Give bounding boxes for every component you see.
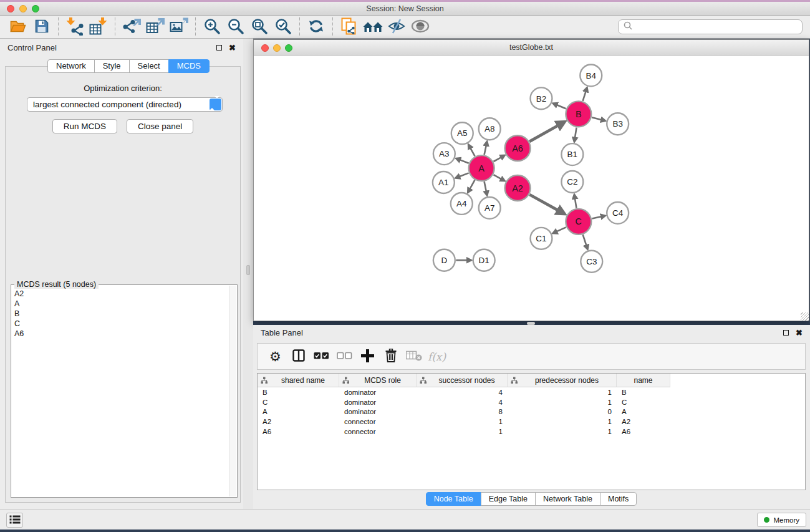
table-row[interactable]: Cdominator41C	[258, 397, 805, 407]
table-settings-button[interactable]: ⚙	[264, 346, 287, 367]
network-zoom-button[interactable]	[285, 44, 292, 52]
node-A6[interactable]: A6	[505, 135, 531, 161]
edge-B-B2[interactable]	[557, 105, 566, 109]
import-table-button[interactable]	[87, 17, 110, 37]
edge-C-C4[interactable]	[592, 216, 601, 218]
search-field[interactable]	[618, 19, 803, 34]
close-panel-icon[interactable]: ✖	[229, 44, 236, 52]
save-session-button[interactable]	[30, 17, 54, 37]
tab-node-table[interactable]: Node Table	[426, 492, 481, 506]
home-layout-button[interactable]	[361, 17, 385, 37]
edge-B-B3[interactable]	[592, 117, 601, 120]
node-D1[interactable]: D1	[473, 249, 495, 271]
edge-A-A7[interactable]	[485, 181, 486, 191]
refresh-button[interactable]	[304, 17, 328, 37]
table-row[interactable]: A6connector11A6	[258, 427, 805, 437]
edge-C-C3[interactable]	[583, 235, 587, 245]
node-C2[interactable]: C2	[561, 171, 583, 193]
node-C4[interactable]: C4	[607, 202, 629, 224]
node-table[interactable]: shared nameMCDS rolesuccessor nodesprede…	[257, 373, 806, 490]
window-controls[interactable]	[7, 5, 39, 12]
result-item[interactable]: A	[12, 299, 228, 309]
export-table-button[interactable]	[143, 17, 167, 37]
memory-button[interactable]: Memory	[757, 513, 806, 527]
export-image-button[interactable]	[167, 17, 191, 37]
close-table-panel-icon[interactable]: ✖	[796, 329, 803, 337]
table-row[interactable]: Adominator80A	[258, 407, 805, 417]
result-scrollbar[interactable]	[229, 286, 236, 496]
show-panels-button[interactable]	[6, 513, 23, 528]
run-mcds-button[interactable]: Run MCDS	[52, 119, 117, 133]
edge-A-A4[interactable]	[470, 180, 475, 189]
show-graphics-button[interactable]	[408, 17, 432, 37]
column-header-predecessor-nodes[interactable]: predecessor nodes	[508, 374, 617, 387]
node-B3[interactable]: B3	[607, 113, 629, 135]
node-A7[interactable]: A7	[479, 197, 501, 219]
close-panel-button[interactable]: Close panel	[127, 119, 193, 133]
zoom-fit-button[interactable]	[248, 17, 271, 37]
edge-B-B4[interactable]	[583, 92, 586, 101]
tab-select[interactable]: Select	[129, 59, 169, 73]
node-C3[interactable]: C3	[581, 251, 602, 273]
result-item[interactable]: A2	[12, 289, 228, 299]
node-A4[interactable]: A4	[451, 193, 473, 215]
edge-A2-C[interactable]	[529, 195, 557, 210]
node-D[interactable]: D	[433, 249, 455, 271]
minimize-window-button[interactable]	[19, 5, 27, 12]
edge-A6-B[interactable]	[529, 125, 558, 142]
node-C1[interactable]: C1	[531, 228, 552, 249]
node-A1[interactable]: A1	[433, 172, 455, 193]
edge-C-C2[interactable]	[575, 198, 576, 208]
node-A[interactable]: A	[469, 155, 494, 181]
delete-column-button[interactable]	[379, 346, 402, 367]
network-graph[interactable]: B4B2BB3A8A5A6A3B1AA1C2A2A4A7C4CC1C3DD1	[254, 56, 809, 321]
export-network-button[interactable]	[120, 17, 143, 37]
zoom-window-button[interactable]	[32, 5, 39, 12]
network-minimize-button[interactable]	[273, 44, 281, 52]
node-B1[interactable]: B1	[561, 143, 583, 165]
open-session-button[interactable]	[6, 17, 30, 37]
float-panel-icon[interactable]	[216, 45, 222, 51]
add-column-button[interactable]	[356, 346, 379, 367]
mcds-result-list[interactable]: A2ABCA6	[12, 289, 228, 496]
column-header-MCDS-role[interactable]: MCDS role	[339, 374, 417, 387]
clone-network-button[interactable]	[337, 17, 361, 37]
zoom-selected-button[interactable]	[271, 17, 295, 37]
hide-graphics-button[interactable]	[385, 17, 408, 37]
network-close-button[interactable]	[261, 44, 269, 52]
network-window-titlebar[interactable]: testGlobe.txt	[254, 40, 809, 56]
result-item[interactable]: C	[12, 319, 228, 329]
tab-motifs[interactable]: Motifs	[600, 492, 637, 506]
import-network-button[interactable]	[63, 17, 87, 37]
edge-A-A6[interactable]	[493, 157, 501, 162]
column-header-shared-name[interactable]: shared name	[258, 374, 339, 387]
search-input[interactable]	[635, 22, 797, 31]
result-item[interactable]: B	[12, 309, 228, 319]
window-resize-grip[interactable]	[801, 312, 809, 321]
tab-style[interactable]: Style	[94, 59, 130, 73]
tab-network[interactable]: Network	[47, 59, 95, 73]
node-A8[interactable]: A8	[479, 118, 501, 140]
edge-A-A8[interactable]	[485, 145, 486, 155]
tab-network-table[interactable]: Network Table	[535, 492, 600, 506]
column-header-name[interactable]: name	[617, 374, 670, 387]
float-table-panel-icon[interactable]	[783, 330, 789, 336]
zoom-out-button[interactable]	[224, 17, 248, 37]
edge-B-B1[interactable]	[575, 127, 576, 137]
result-item[interactable]: A6	[12, 329, 228, 339]
column-visibility-button[interactable]	[287, 346, 310, 367]
vertical-splitter[interactable]	[243, 39, 253, 509]
tab-mcds[interactable]: MCDS	[168, 59, 210, 73]
network-canvas[interactable]: B4B2BB3A8A5A6A3B1AA1C2A2A4A7C4CC1C3DD1	[254, 56, 809, 321]
edge-A-A1[interactable]	[460, 173, 469, 177]
node-A3[interactable]: A3	[433, 143, 455, 165]
tab-edge-table[interactable]: Edge Table	[481, 492, 536, 506]
node-B2[interactable]: B2	[531, 87, 552, 109]
deselect-all-button[interactable]	[333, 346, 356, 367]
select-all-button[interactable]	[310, 346, 333, 367]
node-C[interactable]: C	[566, 209, 591, 235]
node-A5[interactable]: A5	[451, 122, 473, 144]
edge-A-A5[interactable]	[470, 148, 475, 157]
node-B[interactable]: B	[566, 101, 591, 127]
close-window-button[interactable]	[7, 5, 14, 12]
